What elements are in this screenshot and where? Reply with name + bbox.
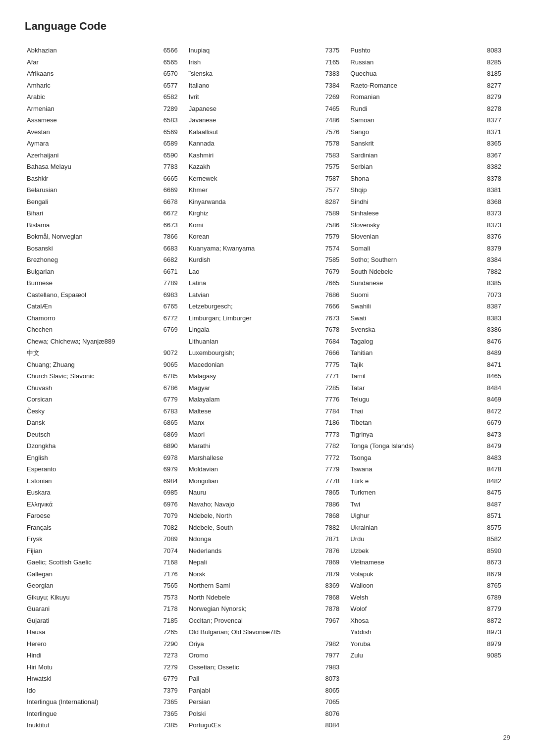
language-code: 6976 <box>154 499 182 510</box>
language-name: Tamil <box>348 370 469 382</box>
language-code: 7782 <box>316 440 343 452</box>
language-name: Serbian <box>348 161 469 173</box>
language-name: Assamese <box>25 114 154 126</box>
table-row: Rundi8278 <box>348 103 505 115</box>
language-name: 中文 <box>25 347 154 359</box>
language-name: Northern Sami <box>187 580 316 592</box>
table-row: Lao7679 <box>187 266 344 278</box>
language-name: Russian <box>348 56 469 68</box>
language-name: Ndonga <box>187 533 316 545</box>
language-name: Xhosa <box>348 615 469 627</box>
table-row: Twi8487 <box>348 499 505 510</box>
language-name: Navaho; Navajo <box>187 499 316 510</box>
column-3: Pushto8083Russian8285Quechua8185Raeto-Ro… <box>348 45 510 661</box>
language-code: 8368 <box>469 196 505 208</box>
language-name: Ivrit <box>187 91 316 103</box>
language-name: Nauru <box>187 487 316 499</box>
language-code: 8385 <box>469 277 505 289</box>
language-code: 7465 <box>316 103 343 115</box>
language-name: Norwegian Nynorsk; <box>187 603 316 615</box>
language-code: 7773 <box>316 429 343 441</box>
language-code: 7379 <box>154 685 182 697</box>
language-code: 8185 <box>469 68 505 80</box>
table-row: Bislama6673 <box>25 219 182 231</box>
table-row: Pushto8083 <box>348 45 505 56</box>
language-code <box>154 336 182 348</box>
table-row: Frysk7089 <box>25 533 182 545</box>
table-row: Euskara6985 <box>25 487 182 499</box>
language-code: 8590 <box>469 545 505 557</box>
table-row: Japanese7465 <box>187 103 344 115</box>
table-row: Français7082 <box>25 522 182 534</box>
language-name: Sundanese <box>348 277 469 289</box>
table-row: English6978 <box>25 452 182 464</box>
language-name: Marshallese <box>187 452 316 464</box>
language-code: 7779 <box>316 463 343 475</box>
language-name: Bashkir <box>25 173 154 185</box>
language-name: Tswana <box>348 463 469 475</box>
language-name: Latina <box>187 277 316 289</box>
table-row: Ivrit7269 <box>187 91 344 103</box>
language-name: Irish <box>187 56 316 68</box>
table-row: Mongolian7778 <box>187 475 344 487</box>
language-code: 8478 <box>469 463 505 475</box>
table-row: Yiddish8973 <box>348 626 505 638</box>
language-code: 7486 <box>316 114 343 126</box>
language-code: 6683 <box>154 243 182 254</box>
table-row: Ελληνικά6976 <box>25 499 182 510</box>
table-row: Inuktitut7385 <box>25 719 182 731</box>
language-name: Euskara <box>25 487 154 499</box>
table-row: Ndebele, North7868 <box>187 510 344 522</box>
language-name: Vietnamese <box>348 556 469 568</box>
language-name: Uighur <box>348 510 469 522</box>
table-row: Castellano, Espaæol6983 <box>25 289 182 301</box>
table-row: Bengali6678 <box>25 196 182 208</box>
language-name: Interlingue <box>25 708 154 720</box>
language-code: 8779 <box>469 603 505 615</box>
table-row: Lingala7678 <box>187 324 344 336</box>
language-code: 7375 <box>316 45 343 56</box>
language-name: Tigrinya <box>348 429 469 441</box>
language-name: Burmese <box>25 277 154 289</box>
language-name: Aymara <box>25 138 154 150</box>
language-name: Marathi <box>187 440 316 452</box>
language-name: Interlingua (International) <box>25 696 154 708</box>
language-name: Gaelic; Scottish Gaelic <box>25 556 154 568</box>
language-name: CatalÆn <box>25 301 154 312</box>
table-row: Marathi7782 <box>187 440 344 452</box>
language-name: Armenian <box>25 103 154 115</box>
table-row: Quechua8185 <box>348 68 505 80</box>
column-1: Abkhazian6566Afar6565Afrikaans6570Amhari… <box>25 45 187 731</box>
language-name: Ndebele, South <box>187 522 316 534</box>
table-row: Wolof8779 <box>348 603 505 615</box>
language-code: 7575 <box>316 161 343 173</box>
language-code: 8377 <box>469 114 505 126</box>
language-name: Malayalam <box>187 394 316 405</box>
language-code: 6582 <box>154 91 182 103</box>
table-row: Yoruba8979 <box>348 638 505 650</box>
language-code: 7868 <box>316 592 343 604</box>
table-row: Russian8285 <box>348 56 505 68</box>
language-name: English <box>25 452 154 464</box>
table-row: Swati8383 <box>348 312 505 324</box>
table-row: Norwegian Nynorsk;7878 <box>187 603 344 615</box>
language-name: Sardinian <box>348 150 469 161</box>
language-name: Kuanyama; Kwanyama <box>187 243 316 254</box>
language-name: Korean <box>187 231 316 243</box>
language-name: Hiri Motu <box>25 661 154 673</box>
language-code: 8279 <box>469 91 505 103</box>
language-name: Maltese <box>187 405 316 417</box>
table-row: Somali8379 <box>348 243 505 254</box>
table-row: Tamil8465 <box>348 370 505 382</box>
language-code: 8378 <box>469 173 505 185</box>
language-name: Khmer <box>187 184 316 196</box>
language-code: 8465 <box>469 370 505 382</box>
table-row: Romanian8279 <box>348 91 505 103</box>
language-name: Kashmiri <box>187 150 316 161</box>
language-code: 7089 <box>154 533 182 545</box>
language-name: Herero <box>25 638 154 650</box>
language-table-container: Abkhazian6566Afar6565Afrikaans6570Amhari… <box>25 45 510 731</box>
language-name: Mongolian <box>187 475 316 487</box>
table-row: Kinyarwanda8287 <box>187 196 344 208</box>
table-row: Guarani7178 <box>25 603 182 615</box>
